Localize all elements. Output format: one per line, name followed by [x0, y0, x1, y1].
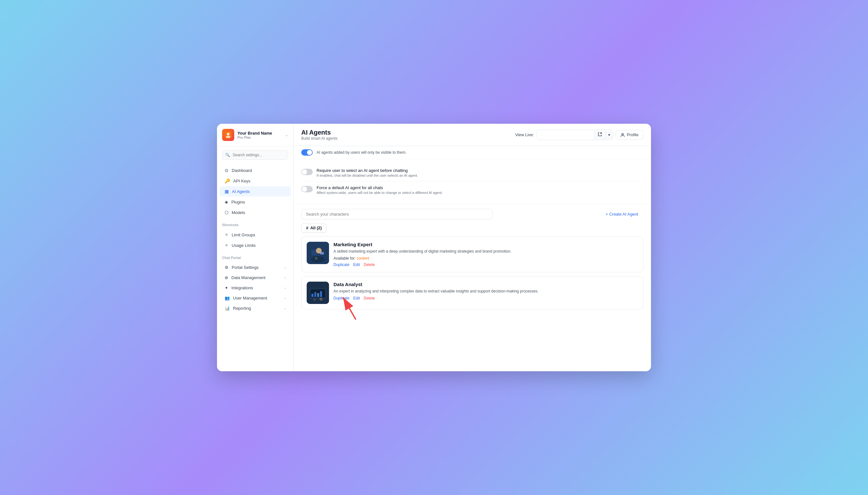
require-select-toggle[interactable] — [301, 169, 313, 175]
header-title-section: AI Agents Build smart AI agents — [301, 129, 510, 141]
view-live-label: View Live: — [515, 132, 534, 137]
require-select-desc: If enabled, chat will be disabled until … — [317, 173, 418, 177]
svg-point-9 — [315, 257, 318, 260]
limit-groups-icon: ✧ — [225, 232, 229, 237]
sidebar: Your Brand Name Pro Plan ⌄ 🔍 ⊙ Dashboard… — [217, 124, 294, 371]
filter-tab-all[interactable]: # All (2) — [301, 223, 327, 233]
characters-search-input[interactable] — [301, 209, 493, 219]
portal-settings-icon: ⚙ — [225, 265, 229, 270]
svg-rect-16 — [320, 291, 322, 297]
duplicate-marketing-expert-button[interactable]: Duplicate — [333, 262, 349, 267]
sidebar-item-limit-groups[interactable]: ✧ Limit Groups — [220, 229, 291, 240]
sidebar-item-data-management[interactable]: ⊛ Data Management › — [220, 273, 291, 283]
duplicate-data-analyst-button[interactable]: Duplicate — [333, 296, 349, 301]
integrations-icon: ✦ — [225, 286, 228, 290]
chevron-right-icon: › — [284, 276, 286, 280]
view-live-input-group: ▾ — [536, 130, 613, 140]
hash-icon: # — [306, 225, 308, 230]
filter-tab-label: All (2) — [310, 225, 322, 230]
agents-list: Marketing Expert A skilled marketing exp… — [294, 236, 651, 309]
search-filter-row: + Create AI Agent — [294, 204, 651, 223]
agent-desc: A skilled marketing expert with a deep u… — [333, 249, 638, 254]
delete-marketing-expert-button[interactable]: Delete — [364, 262, 375, 267]
sidebar-item-plugins[interactable]: ◈ Plugins — [220, 197, 291, 207]
sidebar-item-user-management[interactable]: 👥 User Management › — [220, 293, 291, 303]
force-default-title: Force a default AI agent for all chats — [317, 185, 443, 190]
edit-marketing-expert-button[interactable]: Edit — [353, 262, 360, 267]
sidebar-item-models[interactable]: ⬡ Models — [220, 207, 291, 218]
sidebar-item-reporting[interactable]: 📊 Reporting › — [220, 303, 291, 313]
chat-portal-nav: ⚙ Portal Settings › ⊛ Data Management › … — [217, 261, 293, 315]
sidebar-item-label: Reporting — [233, 306, 251, 311]
svg-point-17 — [319, 297, 323, 301]
sidebar-item-dashboard[interactable]: ⊙ Dashboard — [220, 165, 291, 175]
agents-visible-text: AI agents added by users will only be vi… — [317, 150, 406, 155]
agent-name: Marketing Expert — [333, 242, 638, 247]
ai-agents-icon: ▦ — [225, 189, 229, 194]
svg-point-3 — [622, 133, 623, 135]
search-box: 🔍 — [222, 150, 288, 160]
svg-point-5 — [311, 256, 325, 262]
chat-portal-label: Chat Portal — [217, 252, 293, 261]
sidebar-item-label: Integrations — [231, 286, 253, 290]
svg-point-2 — [226, 136, 230, 138]
sidebar-item-usage-limits[interactable]: ✧ Usage Limits — [220, 240, 291, 250]
available-type: content — [357, 256, 369, 260]
sidebar-item-label: Limit Groups — [232, 233, 255, 237]
reporting-icon: 📊 — [225, 306, 230, 311]
force-default-toggle[interactable] — [301, 186, 313, 192]
agent-avatar-data-analyst — [307, 281, 329, 304]
svg-rect-13 — [312, 294, 313, 297]
force-default-row: Force a default AI agent for all chats A… — [301, 182, 643, 199]
svg-point-18 — [313, 298, 316, 301]
search-input[interactable] — [222, 150, 288, 160]
agent-actions: Duplicate Edit Delete — [333, 296, 638, 301]
create-ai-agent-button[interactable]: + Create AI Agent — [601, 209, 643, 219]
dashboard-icon: ⊙ — [225, 168, 229, 173]
shortcuts-label: Shortcuts — [217, 219, 293, 228]
sidebar-item-integrations[interactable]: ✦ Integrations › — [220, 283, 291, 293]
plugins-icon: ◈ — [225, 199, 228, 204]
sidebar-item-portal-settings[interactable]: ⚙ Portal Settings › — [220, 262, 291, 272]
svg-rect-15 — [317, 293, 319, 297]
view-live-input[interactable] — [537, 131, 594, 139]
agents-visible-toggle[interactable] — [301, 149, 313, 156]
available-label: Available for: — [333, 256, 355, 260]
header-actions: View Live: ▾ Profile — [515, 130, 643, 140]
page-subtitle: Build smart AI agents — [301, 136, 510, 141]
view-live-dropdown-button[interactable]: ▾ — [605, 131, 613, 139]
sidebar-item-api-keys[interactable]: 🔑 API Keys — [220, 176, 291, 186]
sidebar-item-label: Portal Settings — [232, 265, 259, 270]
chevron-right-icon: › — [284, 286, 286, 290]
require-select-title: Require user to select an AI agent befor… — [317, 168, 418, 173]
chevron-right-icon: › — [284, 307, 286, 310]
delete-data-analyst-button[interactable]: Delete — [364, 296, 375, 301]
partial-top-row: AI agents added by users will only be vi… — [294, 146, 651, 159]
main-content: AI Agents Build smart AI agents View Liv… — [294, 124, 651, 371]
usage-limits-icon: ✧ — [225, 243, 229, 248]
profile-button[interactable]: Profile — [616, 130, 643, 140]
agent-desc: An expert in analyzing and interpreting … — [333, 288, 638, 294]
profile-label: Profile — [627, 132, 638, 137]
svg-rect-14 — [314, 292, 316, 297]
require-select-row: Require user to select an AI agent befor… — [301, 164, 643, 182]
view-live-external-link-button[interactable] — [594, 130, 605, 140]
sidebar-item-label: Plugins — [231, 200, 245, 204]
main-nav: ⊙ Dashboard 🔑 API Keys ▦ AI Agents ◈ Plu… — [217, 164, 293, 219]
svg-rect-8 — [320, 252, 324, 255]
agent-info-marketing-expert: Marketing Expert A skilled marketing exp… — [333, 242, 638, 267]
edit-data-analyst-button[interactable]: Edit — [353, 296, 360, 301]
user-management-icon: 👥 — [225, 296, 230, 301]
brand-info: Your Brand Name Pro Plan — [237, 131, 282, 139]
require-select-info: Require user to select an AI agent befor… — [317, 168, 418, 177]
sidebar-item-ai-agents[interactable]: ▦ AI Agents — [220, 186, 291, 197]
content-area: AI agents added by users will only be vi… — [294, 146, 651, 371]
brand-section[interactable]: Your Brand Name Pro Plan ⌄ — [217, 129, 293, 147]
agent-actions: Duplicate Edit Delete — [333, 262, 638, 267]
api-keys-icon: 🔑 — [225, 178, 230, 183]
agent-card-data-analyst: Data Analyst An expert in analyzing and … — [301, 276, 643, 309]
shortcuts-nav: ✧ Limit Groups ✧ Usage Limits — [217, 228, 293, 252]
agent-available: Available for: content — [333, 256, 638, 260]
settings-toggles: Require user to select an AI agent befor… — [294, 159, 651, 204]
sidebar-item-label: Models — [232, 210, 245, 215]
